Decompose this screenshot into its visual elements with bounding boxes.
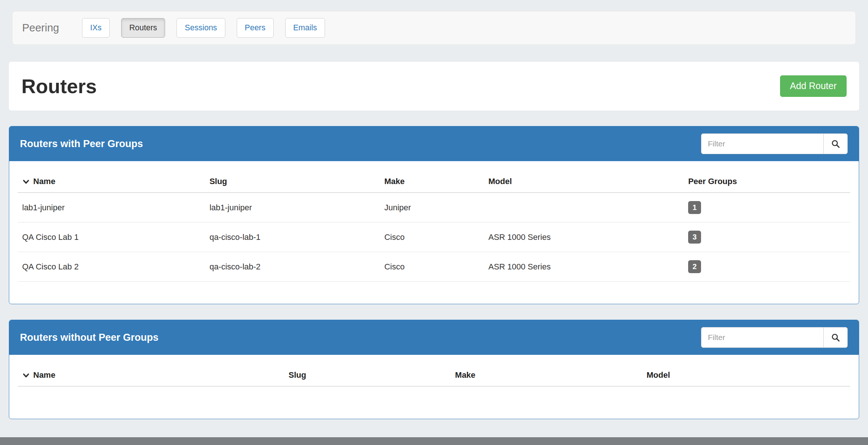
cell-slug: qa-cisco-lab-1 (205, 222, 380, 252)
sort-chevron-down-icon (22, 371, 30, 379)
filter-group (701, 327, 848, 348)
page-header: Routers Add Router (9, 62, 859, 111)
column-header-name[interactable]: Name (18, 364, 284, 386)
nav-item-ixs[interactable]: IXs (82, 18, 110, 38)
filter-search-button[interactable] (823, 327, 848, 348)
filter-group (701, 133, 848, 154)
routers-with-peer-groups-table: NameSlugMakeModelPeer Groups lab1-junipe… (18, 171, 850, 282)
cell-make: Juniper (380, 193, 484, 222)
page-title: Routers (21, 75, 97, 98)
column-header-model[interactable]: Model (484, 171, 684, 193)
panel-title: Routers with Peer Groups (20, 138, 143, 150)
nav-item-emails[interactable]: Emails (285, 18, 325, 38)
panel-routers-without-peer-groups: Routers without Peer Groups NameSlugMake… (9, 320, 859, 419)
cell-peer-groups: 2 (684, 252, 850, 282)
cell-model: ASR 1000 Series (484, 252, 684, 282)
table-row: QA Cisco Lab 2qa-cisco-lab-2CiscoASR 100… (18, 252, 850, 282)
filter-input[interactable] (701, 327, 824, 348)
column-header-peer-groups[interactable]: Peer Groups (684, 171, 850, 193)
cell-name: lab1-juniper (18, 193, 205, 222)
column-header-model[interactable]: Model (642, 364, 850, 386)
table-row: lab1-juniperlab1-juniperJuniper1 (18, 193, 850, 222)
panel-heading: Routers with Peer Groups (9, 126, 859, 161)
table-header-row: NameSlugMakeModel (18, 364, 850, 386)
navbar-items: IXsRoutersSessionsPeersEmails (82, 18, 336, 38)
nav-item-sessions[interactable]: Sessions (177, 18, 225, 38)
column-header-label: Name (33, 177, 55, 186)
column-header-name[interactable]: Name (18, 171, 205, 193)
panel-body: NameSlugMakeModelPeer Groups lab1-junipe… (9, 161, 859, 304)
table-body (18, 386, 850, 397)
filter-search-button[interactable] (823, 133, 848, 154)
search-icon (831, 333, 841, 343)
cell-name: QA Cisco Lab 1 (18, 222, 205, 252)
cell-slug: qa-cisco-lab-2 (205, 252, 380, 282)
empty-table-space (18, 386, 850, 397)
table-header-row: NameSlugMakeModelPeer Groups (18, 171, 850, 193)
column-header-make[interactable]: Make (380, 171, 484, 193)
column-header-slug[interactable]: Slug (205, 171, 380, 193)
add-router-button[interactable]: Add Router (780, 75, 847, 97)
app-brand: Peering (22, 22, 59, 34)
main-container: Routers Add Router Routers with Peer Gro… (9, 62, 859, 419)
column-header-make[interactable]: Make (451, 364, 642, 386)
panel-body: NameSlugMakeModel (9, 355, 859, 419)
filter-input[interactable] (701, 133, 824, 154)
peer-group-count-badge: 3 (688, 231, 701, 244)
search-icon (831, 139, 841, 149)
panel-routers-with-peer-groups: Routers with Peer Groups NameSlugMakeMod… (9, 126, 859, 304)
panel-heading: Routers without Peer Groups (9, 320, 859, 355)
sort-chevron-down-icon (22, 178, 30, 186)
panel-title: Routers without Peer Groups (20, 332, 158, 343)
cell-peer-groups: 1 (684, 193, 850, 222)
navbar: Peering IXsRoutersSessionsPeersEmails (12, 11, 856, 45)
cell-name: QA Cisco Lab 2 (18, 252, 205, 282)
routers-without-peer-groups-table: NameSlugMakeModel (18, 364, 850, 397)
nav-item-peers[interactable]: Peers (237, 18, 274, 38)
cell-make: Cisco (380, 222, 484, 252)
cell-model: ASR 1000 Series (484, 222, 684, 252)
peer-group-count-badge: 2 (688, 260, 701, 273)
cell-peer-groups: 3 (684, 222, 850, 252)
cell-slug: lab1-juniper (205, 193, 380, 222)
page: Peering IXsRoutersSessionsPeersEmails Ro… (0, 0, 868, 437)
cell-make: Cisco (380, 252, 484, 282)
screen-bottom-edge (0, 437, 868, 445)
peer-group-count-badge: 1 (688, 201, 701, 214)
table-body: lab1-juniperlab1-juniperJuniper1QA Cisco… (18, 193, 850, 282)
nav-item-routers[interactable]: Routers (121, 18, 165, 38)
table-row: QA Cisco Lab 1qa-cisco-lab-1CiscoASR 100… (18, 222, 850, 252)
column-header-label: Name (33, 370, 55, 380)
column-header-slug[interactable]: Slug (284, 364, 451, 386)
cell-model (484, 193, 684, 222)
